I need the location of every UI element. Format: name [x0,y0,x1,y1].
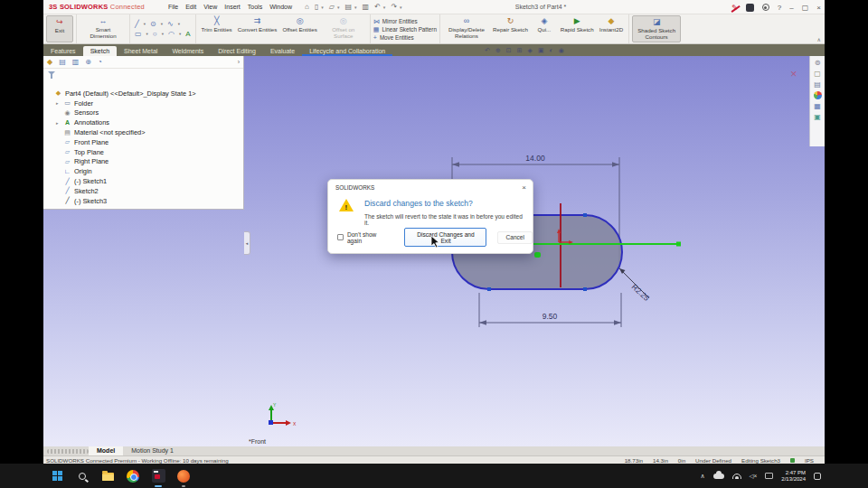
appearances-icon[interactable] [814,91,822,99]
repair-sketch-button[interactable]: ↻ Repair Sketch [490,15,531,42]
tree-item-sketch3[interactable]: ╱(-) Sketch3 [43,196,243,206]
arc-tool-icon[interactable]: ◠ [168,30,175,38]
linear-sketch-pattern-button[interactable]: ▦Linear Sketch Pattern [373,26,437,33]
tree-item-part[interactable]: ◆Part4 (Default) <<Default>_Display Stat… [43,89,243,99]
rectangle-tool-icon[interactable]: ▭ [135,30,142,38]
caret-down-icon[interactable]: ▾ [354,5,357,10]
panel-expand-icon[interactable]: › [238,59,240,65]
cancel-sketch-corner-icon[interactable]: × [790,67,797,80]
new-document-icon[interactable]: ▯ [315,3,318,11]
dimension-radius-label[interactable]: R2.25 [630,282,652,303]
move-entities-button[interactable]: +Move Entities [373,34,437,41]
filter-icon[interactable] [48,71,55,75]
selected-point[interactable] [534,252,541,258]
spline-tool-icon[interactable]: ∿ [167,20,174,28]
dont-show-again-checkbox[interactable] [337,234,344,240]
visualize-app-button[interactable] [176,469,191,483]
view-settings-icon[interactable]: ◉ [559,47,564,54]
open-document-icon[interactable]: ▱ [329,3,335,11]
convert-entities-button[interactable]: ⇉ Convert Entities [235,15,280,42]
pencil-disabled-icon[interactable]: ✎ [731,4,738,12]
splitter-handle[interactable] [47,449,89,454]
caret-down-icon[interactable]: ▾ [400,5,402,10]
menu-window[interactable]: Window [269,4,292,10]
tab-lifecycle-collaboration[interactable]: Lifecycle and Collaboration [302,46,392,56]
tab-weldments[interactable]: Weldments [165,46,211,56]
tab-sheet-metal[interactable]: Sheet Metal [117,46,165,56]
mirror-entities-button[interactable]: ⋈Mirror Entities [373,18,437,25]
settings-icon[interactable]: ▥ [363,3,370,11]
chrome-button[interactable] [126,469,140,483]
tree-item-top-plane[interactable]: ▱Top Plane [43,147,243,157]
help-button[interactable]: ? [778,4,781,12]
menu-tools[interactable]: Tools [248,4,262,10]
notification-center-icon[interactable] [814,473,821,480]
zoom-fit-icon[interactable]: ⊕ [495,47,501,54]
ribbon-collapse-icon[interactable]: ∧ [817,36,821,42]
display-style-icon[interactable]: ▣ [538,47,544,54]
search-button[interactable] [75,469,90,483]
centerline-endpoint[interactable] [676,242,681,247]
configuration-manager-tab-icon[interactable]: ▥ [72,58,80,66]
trim-entities-button[interactable]: ╳ Trim Entities [199,15,235,42]
instant2d-button[interactable]: ◆ Instant2D [597,15,626,42]
text-tool-icon[interactable]: A [185,30,190,38]
custom-properties-icon[interactable]: ▦ [814,102,821,110]
dimension-between-label[interactable]: 9.50 [542,312,558,321]
line-tool-icon[interactable]: ╱ [135,20,139,28]
discard-changes-button[interactable]: Discard Changes and Exit [404,228,486,247]
shaded-sketch-contours-button[interactable]: ◪ Shaded Sketch Contours [632,15,681,42]
sketch-vertex[interactable] [583,213,587,217]
sketch-vertex[interactable] [583,287,587,291]
zoom-area-icon[interactable]: ⊡ [506,47,512,54]
caret-down-icon[interactable]: ▾ [162,32,164,36]
start-button[interactable] [50,469,64,483]
menu-edit[interactable]: Edit [185,4,196,10]
sketch-vertex[interactable] [487,287,491,291]
file-explorer-button[interactable] [100,469,115,483]
expand-caret-icon[interactable]: ▸ [56,120,61,126]
previous-view-icon[interactable]: ↶ [485,47,490,54]
expand-caret-icon[interactable]: ▸ [56,100,61,106]
maximize-button[interactable]: ▢ [802,4,809,12]
caret-down-icon[interactable]: ▾ [383,5,386,10]
circle-tool-icon[interactable]: ⊙ [150,20,156,28]
panel-collapse-handle[interactable]: ◂ [244,231,250,255]
close-button[interactable]: × [816,4,821,12]
save-icon[interactable]: ▤ [345,3,353,11]
resources-icon[interactable]: ⊚ [815,59,821,67]
solidworks-app-button[interactable] [151,469,165,483]
tree-item-right-plane[interactable]: ▱Right Plane [43,157,243,167]
offset-entities-button[interactable]: ◎ Offset Entities [279,15,319,42]
redo-icon[interactable]: ↷ [391,3,397,11]
dimxpert-tab-icon[interactable]: ⊕ [85,58,91,66]
unit-system-selector[interactable]: IPS [805,457,814,464]
view-palette-icon[interactable]: ▣ [814,113,821,121]
tab-features[interactable]: Features [43,46,83,56]
caret-down-icon[interactable]: ▾ [178,22,180,26]
keyboard-tray-icon[interactable] [765,473,773,479]
undo-icon[interactable]: ↶ [374,3,381,11]
menu-view[interactable]: View [203,4,217,10]
menu-file[interactable]: File [168,4,178,10]
file-explorer-icon[interactable]: ▤ [814,80,821,89]
section-view-icon[interactable]: ⊞ [517,47,523,54]
tab-model[interactable]: Model [89,446,123,455]
exit-sketch-button[interactable]: ↪ Exit [46,15,73,42]
smart-dimension-button[interactable]: ↔ Smart Dimension [80,15,127,42]
tab-direct-editing[interactable]: Direct Editing [211,46,263,56]
dimension-width-label[interactable]: 14.00 [525,154,545,163]
tab-sketch[interactable]: Sketch [83,46,117,56]
tree-item-front-plane[interactable]: ▱Front Plane [43,137,243,147]
display-delete-relations-button[interactable]: ∞ Display/Delete Relations [443,15,490,42]
caret-down-icon[interactable]: ▾ [337,5,340,10]
tab-motion-study[interactable]: Motion Study 1 [123,446,182,455]
tree-item-sketch2[interactable]: ╱Sketch2 [43,186,243,196]
user-account-icon[interactable] [762,4,769,11]
minimize-button[interactable]: – [789,4,793,12]
property-manager-tab-icon[interactable]: ▤ [59,58,66,66]
caret-down-icon[interactable]: ▾ [179,32,181,36]
tree-item-origin[interactable]: ∟Origin [43,166,243,176]
tree-item-folder[interactable]: ▸▭Folder [43,99,243,108]
wifi-icon[interactable] [732,474,741,479]
